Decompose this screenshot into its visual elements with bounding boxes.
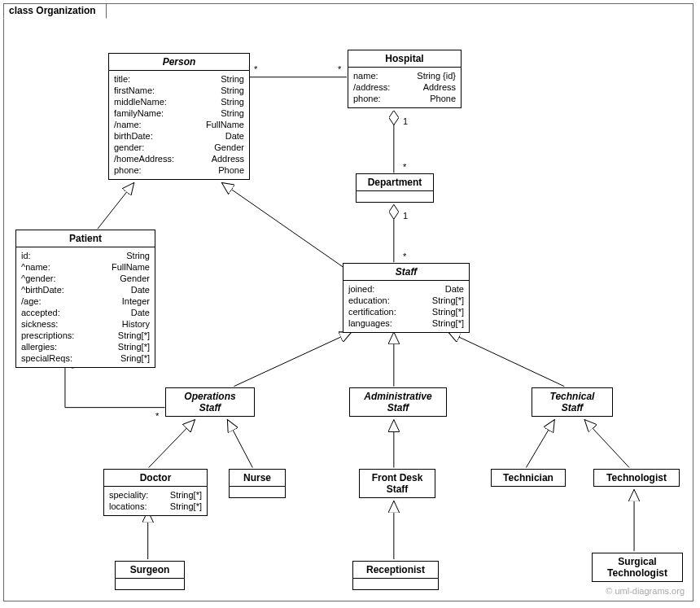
class-operations-staff-l2: Staff xyxy=(166,402,254,416)
class-department-name: Department xyxy=(357,174,433,190)
class-surgeon-name: Surgeon xyxy=(116,562,184,578)
svg-line-8 xyxy=(149,420,195,468)
mult-hospital-side: * xyxy=(338,64,341,74)
class-surgeon: Surgeon xyxy=(115,561,185,590)
class-person: Person title:String firstName:String mid… xyxy=(108,53,250,180)
mult-dept-staff-star: * xyxy=(403,252,406,261)
mult-patient-ops-ops: * xyxy=(155,411,159,421)
class-surg-tech-l2: Technologist xyxy=(593,567,682,581)
class-person-name: Person xyxy=(109,54,249,70)
class-hospital-name: Hospital xyxy=(348,50,461,67)
class-admin-staff-l1: Administrative xyxy=(350,388,446,402)
class-admin-staff-l2: Staff xyxy=(350,402,446,416)
class-technical-staff: Technical Staff xyxy=(532,387,613,417)
class-patient: Patient id:String ^name:FullName ^gender… xyxy=(15,230,155,368)
class-technologist: Technologist xyxy=(593,469,680,487)
class-department: Department xyxy=(356,173,434,203)
class-surgical-technologist: Surgical Technologist xyxy=(592,553,683,582)
svg-line-12 xyxy=(584,420,629,468)
svg-line-4 xyxy=(221,182,344,268)
svg-line-5 xyxy=(234,332,352,387)
class-doctor-attrs: speciality:String[*] locations:String[*] xyxy=(104,486,207,515)
package-organization: class Organization xyxy=(3,3,693,601)
class-nurse-name: Nurse xyxy=(230,470,285,486)
mult-hosp-dept-star: * xyxy=(403,162,406,172)
class-person-attrs: title:String firstName:String middleName… xyxy=(109,70,249,179)
class-tech-staff-l1: Technical xyxy=(532,388,612,402)
mult-person-side: * xyxy=(254,64,257,74)
class-department-attrs xyxy=(357,190,433,202)
class-fds-l2: Staff xyxy=(360,483,435,497)
class-administrative-staff: Administrative Staff xyxy=(349,387,447,417)
class-tech-staff-l2: Staff xyxy=(532,402,612,416)
class-hospital-attrs: name:String {id} /address:Address phone:… xyxy=(348,67,461,107)
watermark: © uml-diagrams.org xyxy=(606,586,685,596)
class-technician-name: Technician xyxy=(492,470,565,486)
class-doctor-name: Doctor xyxy=(104,470,207,486)
class-receptionist-name: Receptionist xyxy=(353,562,438,578)
class-front-desk-staff: Front Desk Staff xyxy=(359,469,435,498)
class-receptionist: Receptionist xyxy=(352,561,439,590)
package-title: class Organization xyxy=(3,3,107,19)
mult-dept-staff-1: 1 xyxy=(403,211,408,221)
class-doctor: Doctor speciality:String[*] locations:St… xyxy=(103,469,208,516)
class-patient-attrs: id:String ^name:FullName ^gender:Gender … xyxy=(16,247,155,367)
class-technician: Technician xyxy=(491,469,566,487)
svg-line-3 xyxy=(98,182,134,229)
class-hospital: Hospital name:String {id} /address:Addre… xyxy=(348,50,462,108)
class-technologist-name: Technologist xyxy=(594,470,679,486)
class-nurse: Nurse xyxy=(229,469,286,498)
class-staff-attrs: joined:Date education:String[*] certific… xyxy=(343,280,469,332)
class-operations-staff-l1: Operations xyxy=(166,388,254,402)
class-staff-name: Staff xyxy=(343,264,469,280)
class-operations-staff: Operations Staff xyxy=(165,387,255,417)
mult-hosp-dept-1: 1 xyxy=(403,116,408,126)
class-surg-tech-l1: Surgical xyxy=(593,553,682,567)
class-nurse-attrs xyxy=(230,486,285,497)
class-staff: Staff joined:Date education:String[*] ce… xyxy=(343,263,470,333)
svg-line-7 xyxy=(448,332,565,387)
svg-line-11 xyxy=(526,420,554,468)
svg-line-9 xyxy=(227,420,252,468)
class-receptionist-attrs xyxy=(353,578,438,589)
class-fds-l1: Front Desk xyxy=(360,470,435,483)
class-surgeon-attrs xyxy=(116,578,184,589)
class-patient-name: Patient xyxy=(16,230,155,247)
